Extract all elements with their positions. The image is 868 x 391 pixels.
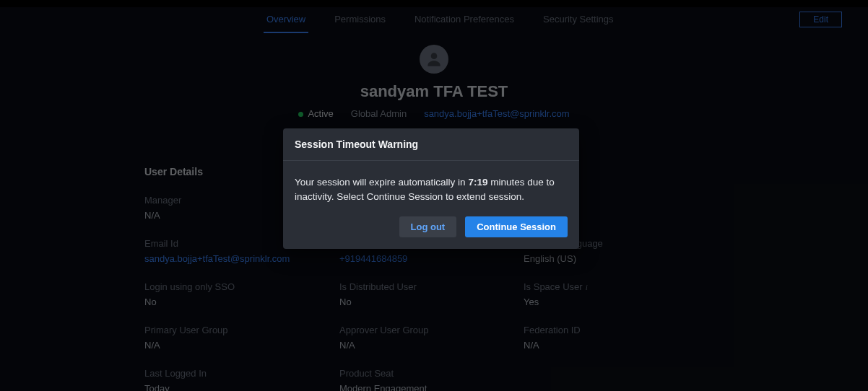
tab-overview[interactable]: Overview	[264, 8, 308, 33]
role-text: Global Admin	[351, 108, 407, 119]
info-icon[interactable]: i	[586, 283, 588, 291]
field-value-email[interactable]: sandya.bojja+tfaTest@sprinklr.com	[144, 253, 339, 264]
profile-email-link[interactable]: sandya.bojja+tfaTest@sprinklr.com	[424, 108, 569, 119]
field-label-login-sso: Login using only SSO	[144, 281, 339, 292]
top-strip	[0, 0, 868, 7]
modal-title: Session Timeout Warning	[283, 128, 579, 161]
field-label-last-logged: Last Logged In	[144, 368, 339, 379]
field-label-primary-group: Primary User Group	[144, 325, 339, 335]
field-value-approver-group: N/A	[339, 340, 524, 351]
field-value-primary-group: N/A	[144, 340, 339, 351]
modal-message: Your session will expire automatically i…	[283, 161, 579, 216]
field-value-product-seat: Modern Engagement	[339, 383, 524, 391]
avatar	[420, 45, 448, 74]
field-value-space-user: Yes	[524, 296, 711, 307]
tab-permissions[interactable]: Permissions	[331, 8, 389, 33]
field-value-platform-language: English (US)	[524, 253, 711, 264]
tab-notification-preferences[interactable]: Notification Preferences	[412, 8, 517, 33]
tab-security-settings[interactable]: Security Settings	[540, 8, 617, 33]
status-dot-icon	[298, 112, 303, 117]
edit-button[interactable]: Edit	[799, 12, 842, 27]
status-text: Active	[308, 108, 333, 119]
continue-session-button[interactable]: Continue Session	[465, 216, 568, 237]
session-timeout-modal: Session Timeout Warning Your session wil…	[283, 128, 579, 249]
field-label-space-user: Is Space Useri	[524, 281, 711, 292]
display-name: sandyam TFA TEST	[0, 82, 868, 101]
field-value-federation-id: N/A	[524, 340, 711, 351]
field-label-federation-id: Federation ID	[524, 325, 711, 335]
field-value-last-logged: Today	[144, 383, 339, 391]
modal-countdown: 7:19	[468, 177, 487, 188]
field-label-product-seat: Product Seat	[339, 368, 524, 379]
field-label-approver-group: Approver User Group	[339, 325, 524, 335]
field-value-phone[interactable]: +919441684859	[339, 253, 524, 264]
user-icon	[425, 50, 443, 69]
logout-button[interactable]: Log out	[399, 216, 457, 237]
field-label-distributed-user: Is Distributed User	[339, 281, 524, 292]
profile-header: sandyam TFA TEST Active Global Admin san…	[0, 33, 868, 137]
svg-point-0	[431, 53, 438, 59]
tab-bar: Overview Permissions Notification Prefer…	[0, 7, 868, 33]
status-badge: Active	[298, 108, 333, 119]
field-value-login-sso: No	[144, 296, 339, 307]
field-value-distributed-user: No	[339, 296, 524, 307]
